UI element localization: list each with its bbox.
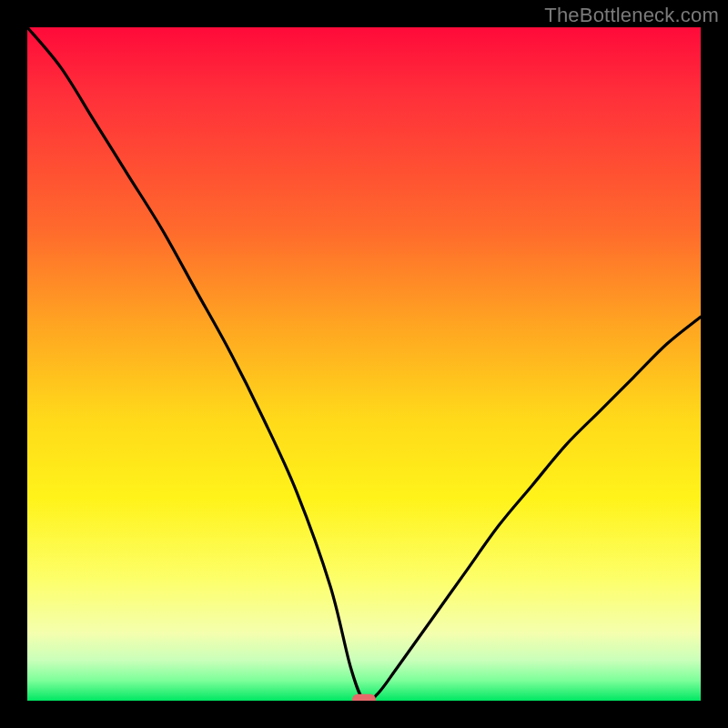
bottleneck-curve bbox=[27, 27, 701, 701]
curve-svg bbox=[27, 27, 701, 701]
optimal-marker bbox=[352, 694, 376, 701]
watermark-text: TheBottleneck.com bbox=[544, 4, 719, 27]
chart-frame: TheBottleneck.com bbox=[0, 0, 728, 728]
plot-area bbox=[27, 27, 701, 701]
